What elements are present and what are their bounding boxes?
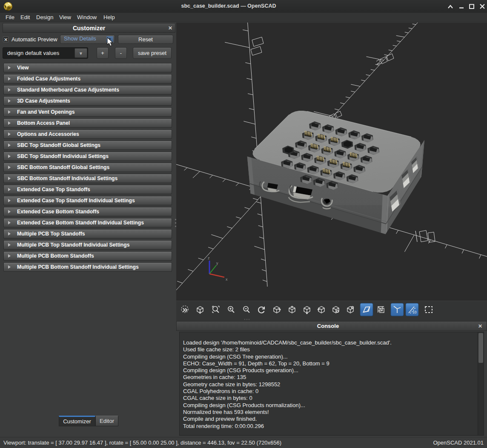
svg-text:10: 10 xyxy=(413,310,417,314)
